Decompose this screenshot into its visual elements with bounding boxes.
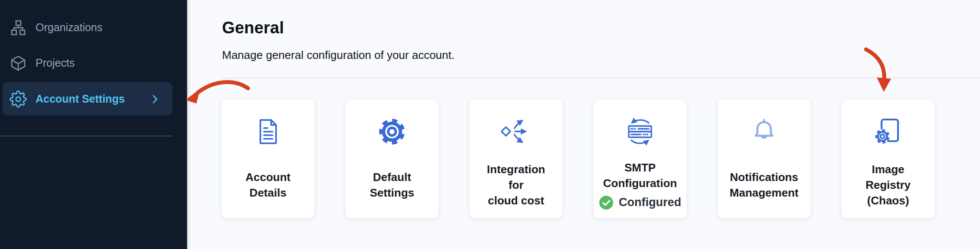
- sidebar-item-organizations[interactable]: Organizations: [3, 11, 173, 44]
- cube-icon: [10, 55, 27, 72]
- gear-icon: [10, 91, 27, 108]
- sidebar-item-label: Account Settings: [36, 93, 125, 105]
- sidebar: Organizations Projects Account Settings: [0, 0, 187, 249]
- account-settings-page: Organizations Projects Account Settings: [0, 0, 980, 249]
- main-content: General Manage general configuration of …: [188, 0, 980, 249]
- card-label: SMTP Configuration: [603, 160, 677, 191]
- card-label: Image Registry (Chaos): [866, 162, 911, 208]
- card-smtp-configuration[interactable]: SMTP Configuration Configured: [593, 99, 687, 219]
- card-label: Account Details: [245, 169, 291, 200]
- gear-icon: [346, 114, 438, 149]
- check-circle-icon: [599, 195, 614, 210]
- status-badge: Configured: [599, 195, 681, 210]
- card-integration-cloud-cost[interactable]: Integration for cloud cost: [469, 99, 563, 219]
- status-text: Configured: [619, 196, 681, 209]
- settings-card-grid: Account Details Default Settings: [221, 99, 935, 219]
- card-image-registry-chaos[interactable]: Image Registry (Chaos): [841, 99, 935, 219]
- card-label: Default Settings: [370, 169, 415, 200]
- sidebar-item-label: Projects: [36, 57, 75, 69]
- sidebar-item-account-settings[interactable]: Account Settings: [3, 82, 173, 116]
- page-subtitle: Manage general configuration of your acc…: [222, 49, 454, 62]
- chevron-right-icon: [148, 93, 161, 106]
- sidebar-item-projects[interactable]: Projects: [3, 46, 173, 80]
- server-sync-icon: [594, 114, 686, 149]
- page-title: General: [222, 18, 284, 38]
- sidebar-item-label: Organizations: [36, 21, 102, 34]
- document-icon: [222, 114, 314, 149]
- card-notifications-management[interactable]: Notifications Management: [717, 99, 811, 219]
- route-arrows-icon: [470, 114, 562, 149]
- card-account-details[interactable]: Account Details: [221, 99, 315, 219]
- card-default-settings[interactable]: Default Settings: [345, 99, 439, 219]
- sidebar-divider: [0, 136, 173, 136]
- bell-icon: [718, 114, 810, 149]
- registry-gear-icon: [842, 114, 934, 149]
- card-label: Integration for cloud cost: [487, 162, 545, 208]
- org-chart-icon: [10, 19, 27, 36]
- section-divider: [222, 78, 980, 78]
- card-label: Notifications Management: [730, 169, 799, 200]
